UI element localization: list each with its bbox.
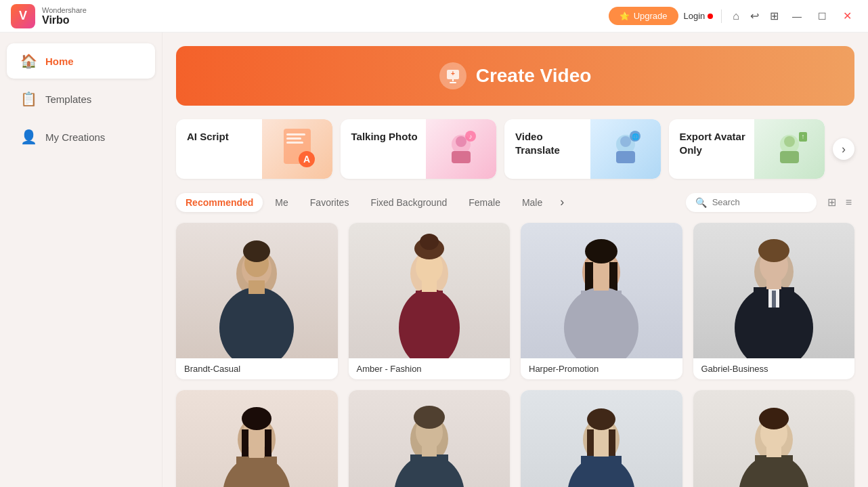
login-status-dot (708, 14, 713, 19)
svg-rect-22 (780, 151, 799, 163)
grid-icon[interactable]: ⊞ (767, 7, 781, 25)
svg-rect-17 (616, 151, 635, 163)
avatar-image-row2-3 (521, 390, 682, 487)
create-banner-inner: + Create Video (439, 62, 592, 89)
undo-icon[interactable]: ↩ (747, 7, 762, 25)
home-nav-icon[interactable]: ⌂ (730, 7, 742, 25)
avatar-image-brandt (176, 223, 338, 358)
my-creations-icon: 👤 (20, 129, 37, 145)
ai-script-thumb: A (262, 119, 332, 179)
export-avatar-title: Export Avatar Only (680, 130, 754, 156)
filter-male[interactable]: Male (513, 193, 552, 212)
feature-card-talking-photo[interactable]: Talking Photo ♪ (341, 119, 497, 179)
sidebar-item-my-creations-label: My Creations (45, 131, 105, 143)
feature-card-export-avatar[interactable]: Export Avatar Only ↑ (669, 119, 825, 179)
filter-tabs: Recommended Me Favorites Fixed Backgroun… (176, 192, 854, 212)
svg-rect-45 (594, 278, 609, 291)
sidebar: 🏠 Home 📋 Templates 👤 My Creations (0, 33, 162, 487)
svg-point-40 (585, 239, 617, 263)
svg-text:↑: ↑ (802, 133, 805, 140)
avatar-image-row2-4 (693, 390, 855, 487)
avatar-card-gabriel[interactable]: Gabriel-Business (693, 223, 855, 379)
avatar-grid: Brandt-Casual (176, 223, 854, 487)
app-brand: Wondershare (42, 6, 87, 14)
svg-point-11 (456, 136, 466, 147)
create-video-banner[interactable]: + Create Video (176, 46, 854, 106)
maximize-button[interactable]: ☐ (812, 8, 832, 24)
filter-more-button[interactable]: › (555, 192, 569, 212)
ai-script-title: AI Script (187, 130, 261, 144)
app-logo-text: Wondershare Virbo (42, 6, 87, 26)
avatar-image-harper (521, 223, 682, 358)
filter-female[interactable]: Female (459, 193, 510, 212)
avatar-card-row2-4[interactable] (693, 390, 855, 487)
search-input[interactable] (712, 197, 807, 207)
export-avatar-thumb: ↑ (754, 119, 825, 179)
sidebar-item-home[interactable]: 🏠 Home (7, 43, 155, 79)
sidebar-item-my-creations[interactable]: 👤 My Creations (7, 119, 155, 154)
titlebar-right: Upgrade Login ⌂ ↩ ⊞ — ☐ ✕ (609, 7, 857, 25)
svg-rect-5 (286, 133, 305, 135)
titlebar: V Wondershare Virbo Upgrade Login ⌂ ↩ ⊞ … (0, 0, 868, 33)
avatar-image-gabriel (693, 223, 855, 358)
video-translate-thumb: 🌐 (590, 119, 661, 179)
avatar-label-harper: Harper-Promotion (521, 358, 682, 379)
svg-rect-67 (422, 446, 437, 457)
svg-rect-37 (422, 280, 437, 292)
main-layout: 🏠 Home 📋 Templates 👤 My Creations + (0, 33, 868, 487)
filter-recommended[interactable]: Recommended (176, 193, 263, 212)
svg-rect-7 (286, 142, 303, 144)
view-toggle: ⊞ ≡ (825, 193, 854, 211)
filter-me[interactable]: Me (265, 193, 297, 212)
avatar-card-row2-3[interactable] (521, 390, 682, 487)
avatar-card-harper[interactable]: Harper-Promotion (521, 223, 682, 379)
svg-text:♪: ♪ (469, 133, 473, 140)
svg-rect-71 (587, 429, 594, 459)
upgrade-button[interactable]: Upgrade (609, 7, 678, 25)
minimize-button[interactable]: — (787, 8, 807, 24)
sidebar-item-home-label: Home (45, 56, 74, 67)
create-video-icon: + (439, 62, 466, 89)
avatar-card-row2-1[interactable] (176, 390, 338, 487)
svg-point-70 (587, 408, 615, 430)
svg-rect-36 (416, 291, 443, 331)
svg-rect-72 (609, 429, 615, 459)
list-view-button[interactable]: ≡ (843, 193, 854, 211)
filter-fixed-background[interactable]: Fixed Background (361, 193, 456, 212)
filter-favorites[interactable]: Favorites (301, 193, 359, 212)
svg-rect-75 (594, 446, 609, 457)
app-logo-icon: V (11, 4, 35, 28)
app-name: Virbo (42, 14, 87, 26)
svg-rect-60 (236, 457, 277, 487)
svg-rect-52 (772, 291, 776, 308)
svg-rect-53 (766, 278, 781, 289)
feature-cards-next-button[interactable]: › (833, 138, 854, 160)
content-area: + Create Video AI Script (162, 33, 868, 487)
svg-rect-30 (248, 280, 265, 294)
avatar-card-row2-2[interactable] (349, 390, 511, 487)
feature-card-ai-script[interactable]: AI Script A (176, 119, 332, 179)
svg-point-34 (420, 234, 439, 250)
avatar-image-amber (349, 223, 511, 358)
titlebar-left: V Wondershare Virbo (11, 4, 87, 28)
login-button[interactable]: Login (684, 11, 714, 21)
search-box: 🔍 (686, 193, 817, 212)
svg-rect-6 (286, 137, 301, 140)
svg-rect-80 (755, 455, 793, 487)
svg-text:A: A (303, 154, 310, 165)
svg-text:+: + (451, 70, 455, 77)
feature-card-video-translate[interactable]: Video Translate 🌐 (504, 119, 661, 179)
svg-rect-81 (766, 446, 781, 457)
svg-point-48 (758, 239, 789, 262)
close-button[interactable]: ✕ (838, 7, 857, 25)
avatar-card-brandt[interactable]: Brandt-Casual (176, 223, 338, 379)
sidebar-item-templates[interactable]: 📋 Templates (7, 81, 155, 117)
svg-point-78 (759, 408, 789, 429)
titlebar-separator (721, 9, 722, 23)
avatar-label-brandt: Brandt-Casual (176, 358, 338, 379)
svg-rect-74 (581, 456, 622, 487)
feature-cards-row: AI Script A Talking Ph (176, 119, 854, 179)
svg-rect-61 (249, 446, 264, 458)
grid-view-button[interactable]: ⊞ (825, 193, 839, 211)
avatar-card-amber[interactable]: Amber - Fashion (349, 223, 511, 379)
